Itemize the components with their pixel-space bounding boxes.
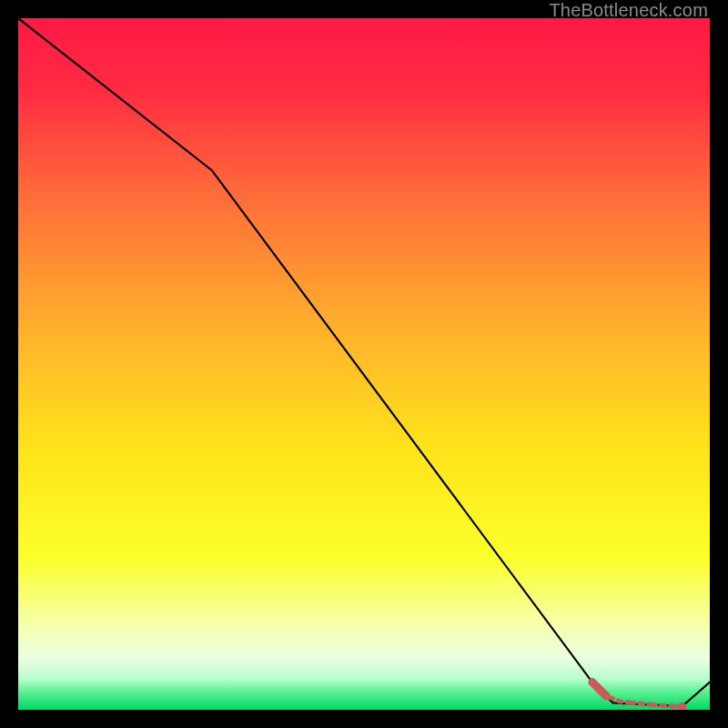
bottleneck-chart	[18, 18, 710, 710]
watermark-text: TheBottleneck.com	[549, 0, 708, 21]
chart-frame	[18, 18, 710, 710]
gradient-background	[18, 18, 710, 710]
